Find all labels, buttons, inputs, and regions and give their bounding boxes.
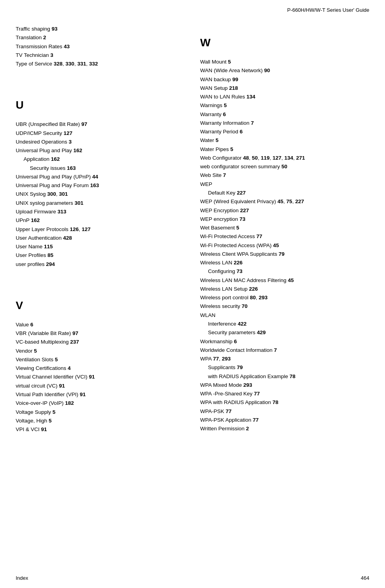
list-item: WAN Setup 218 — [200, 84, 369, 93]
list-item: TV Technician 3 — [16, 51, 181, 60]
list-item: Wi-Fi Protected Access 77 — [200, 232, 369, 241]
list-item: Viewing Certifications 4 — [16, 364, 181, 373]
footer-right: 464 — [361, 575, 369, 581]
list-item: Ventilation Slots 5 — [16, 355, 181, 364]
list-item: VBR (Variable Bit Rate) 97 — [16, 329, 181, 338]
list-item: Interference 422 — [200, 320, 369, 328]
list-item: WEP Encryption 227 — [200, 206, 369, 215]
list-item: WPA 77, 293 — [200, 355, 369, 363]
list-item: WEP (Wired Equivalent Privacy) 45, 75, 2… — [200, 197, 369, 206]
list-item: User Profiles 85 — [16, 251, 181, 260]
list-item: Wireless LAN MAC Address Filtering 45 — [200, 276, 369, 285]
list-item: UNIX syslog parameters 301 — [16, 199, 181, 208]
list-item: Voice-over-IP (VoIP) 182 — [16, 399, 181, 408]
list-item: Wireless Client WPA Supplicants 79 — [200, 250, 369, 259]
list-item: WPA -Pre-Shared Key 77 — [200, 390, 369, 398]
list-item: Wall Mount 5 — [200, 58, 369, 66]
left-column: Traffic shaping 93 Translation 2 Transmi… — [16, 25, 192, 434]
list-item: Water Pipes 5 — [200, 145, 369, 154]
list-item: Workmanship 6 — [200, 337, 369, 346]
list-item: Value 6 — [16, 320, 181, 329]
section-letter-v: V — [16, 299, 181, 312]
right-column: W Wall Mount 5 WAN (Wide Area Network) 9… — [192, 25, 369, 434]
v-section-entries: Value 6 VBR (Variable Bit Rate) 97 VC-ba… — [16, 320, 181, 434]
page-header: P-660H/HW/W-T Series User' Guide — [0, 0, 385, 17]
section-letter-w: W — [200, 36, 369, 49]
list-item: Voltage Supply 5 — [16, 408, 181, 417]
list-item: with RADIUS Application Example 78 — [200, 372, 369, 381]
list-item: Application 162 — [16, 155, 181, 164]
list-item: UBR (Unspecified Bit Rate) 97 — [16, 120, 181, 129]
list-item: WAN backup 99 — [200, 75, 369, 84]
list-item: UNIX Syslog 300, 301 — [16, 190, 181, 198]
list-item: VPI & VCI 91 — [16, 425, 181, 434]
list-item: WEP encryption 73 — [200, 215, 369, 224]
list-item: Traffic shaping 93 — [16, 25, 181, 33]
list-item: WLAN — [200, 311, 369, 320]
list-item: Wireless LAN 226 — [200, 259, 369, 267]
list-item: UPnP 162 — [16, 216, 181, 225]
list-item: WPA with RADIUS Application 78 — [200, 398, 369, 407]
list-item: web configurator screen summary 50 — [200, 162, 369, 171]
list-item: Voltage, High 5 — [16, 417, 181, 425]
u-section-entries: UBR (Unspecified Bit Rate) 97 UDP/ICMP S… — [16, 120, 181, 269]
list-item: User Authentication 428 — [16, 234, 181, 242]
list-item: Universal Plug and Play Forum 163 — [16, 181, 181, 190]
list-item: Warranty 6 — [200, 110, 369, 119]
list-item: Worldwide Contact Information 7 — [200, 346, 369, 355]
list-item: Upper Layer Protocols 126, 127 — [16, 225, 181, 234]
footer-left: Index — [16, 575, 28, 581]
list-item: Wi-Fi Protected Access (WPA) 45 — [200, 241, 369, 250]
list-item: WPA-PSK 77 — [200, 407, 369, 416]
section-letter-u: U — [16, 99, 181, 111]
list-item: Water 5 — [200, 136, 369, 145]
list-item: Translation 2 — [16, 33, 181, 42]
header-title: P-660H/HW/W-T Series User' Guide — [287, 7, 369, 13]
list-item: Written Permission 2 — [200, 424, 369, 433]
list-item: Upload Firmware 313 — [16, 208, 181, 216]
list-item: Wireless LAN Setup 226 — [200, 285, 369, 293]
list-item: Supplicants 79 — [200, 363, 369, 372]
list-item: Warranty Period 6 — [200, 127, 369, 136]
list-item: Virtual Path Identifier (VPI) 91 — [16, 390, 181, 399]
list-item: Vendor 5 — [16, 347, 181, 355]
list-item: Universal Plug and Play 162 — [16, 146, 181, 155]
list-item: Undesired Operations 3 — [16, 138, 181, 146]
list-item: Virtual Channel Identifier (VCI) 91 — [16, 373, 181, 381]
list-item: Web Configurator 48, 50, 119, 127, 134, … — [200, 154, 369, 162]
list-item: Security issues 163 — [16, 164, 181, 173]
list-item: virtual circuit (VC) 91 — [16, 382, 181, 390]
list-item: WAN (Wide Area Network) 90 — [200, 66, 369, 75]
list-item: Warnings 5 — [200, 101, 369, 110]
w-section-entries: Wall Mount 5 WAN (Wide Area Network) 90 … — [200, 58, 369, 433]
list-item: Universal Plug and Play (UPnP) 44 — [16, 173, 181, 181]
list-item: Wet Basement 5 — [200, 224, 369, 232]
list-item: user profiles 294 — [16, 260, 181, 269]
list-item: Default Key 227 — [200, 189, 369, 197]
list-item: Warranty Information 7 — [200, 119, 369, 127]
list-item: Security parameters 429 — [200, 328, 369, 337]
list-item: WPA Mixed Mode 293 — [200, 381, 369, 390]
page-footer: Index 464 — [16, 575, 369, 581]
list-item: Web Site 7 — [200, 171, 369, 180]
list-item: UDP/ICMP Security 127 — [16, 129, 181, 138]
list-item: Transmission Rates 43 — [16, 42, 181, 51]
list-item: Wireless port control 80, 293 — [200, 293, 369, 302]
list-item: Type of Service 328, 330, 331, 332 — [16, 60, 181, 68]
list-item: WAN to LAN Rules 134 — [200, 93, 369, 101]
list-item: Configuring 73 — [200, 267, 369, 276]
list-item: Wireless security 70 — [200, 302, 369, 311]
list-item: WPA-PSK Application 77 — [200, 416, 369, 424]
t-section-entries: Traffic shaping 93 Translation 2 Transmi… — [16, 25, 181, 68]
list-item: WEP — [200, 180, 369, 189]
list-item: User Name 115 — [16, 242, 181, 251]
list-item: VC-based Multiplexing 237 — [16, 338, 181, 346]
